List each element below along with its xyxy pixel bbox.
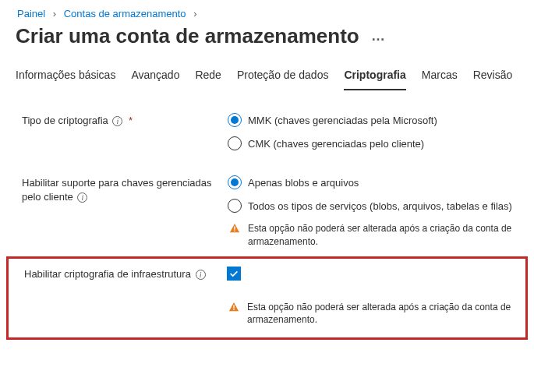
svg-rect-3 xyxy=(233,309,234,309)
label-infra-encryption: Habilitar criptografia de infraestrutura… xyxy=(24,267,227,281)
warning-cmk-support: Esta opção não poderá ser alterada após … xyxy=(228,222,518,249)
radio-mmk-row: MMK (chaves gerenciadas pela Microsoft) xyxy=(228,113,518,127)
tab-marcas[interactable]: Marcas xyxy=(422,64,458,90)
svg-rect-0 xyxy=(234,226,235,229)
chevron-right-icon: › xyxy=(193,8,196,19)
info-icon[interactable]: i xyxy=(196,270,206,280)
tab-protecao-dados[interactable]: Proteção de dados xyxy=(237,64,329,90)
warning-text: Esta opção não poderá ser alterada após … xyxy=(247,301,519,327)
control-infra-encryption: Esta opção não poderá ser alterada após … xyxy=(227,267,519,327)
radio-all-services-row: Todos os tipos de serviços (blobs, arqui… xyxy=(228,199,518,213)
tab-criptografia[interactable]: Criptografia xyxy=(344,64,405,90)
info-icon[interactable]: i xyxy=(112,116,122,126)
radio-mmk[interactable] xyxy=(228,113,242,127)
radio-blobs-files[interactable] xyxy=(228,175,242,189)
tabs: Informações básicas Avançado Rede Proteç… xyxy=(16,64,518,91)
tab-rede[interactable]: Rede xyxy=(195,64,221,90)
radio-cmk-label: CMK (chaves gerenciadas pelo cliente) xyxy=(248,138,424,150)
svg-rect-2 xyxy=(233,305,234,308)
warning-icon xyxy=(228,302,239,313)
label-cmk-support: Habilitar suporte para chaves gerenciada… xyxy=(22,175,228,204)
radio-all-services[interactable] xyxy=(228,199,242,213)
chevron-right-icon: › xyxy=(53,8,56,19)
label-text: Tipo de criptografia xyxy=(22,115,108,126)
svg-rect-1 xyxy=(234,231,235,231)
page-title-text: Criar uma conta de armazenamento xyxy=(16,24,359,48)
row-cmk-support: Habilitar suporte para chaves gerenciada… xyxy=(16,175,518,249)
radio-cmk-row: CMK (chaves gerenciadas pelo cliente) xyxy=(228,136,518,150)
breadcrumb: Painel › Contas de armazenamento › xyxy=(16,8,518,19)
label-text: Habilitar suporte para chaves gerenciada… xyxy=(22,177,212,203)
label-text: Habilitar criptografia de infraestrutura xyxy=(24,268,191,280)
control-cmk-support: Apenas blobs e arquivos Todos os tipos d… xyxy=(228,175,518,249)
page-title: Criar uma conta de armazenamento … xyxy=(16,24,518,48)
label-encryption-type: Tipo de criptografia i * xyxy=(22,113,228,128)
highlight-infra-encryption: Habilitar criptografia de infraestrutura… xyxy=(6,256,528,341)
breadcrumb-link-contas[interactable]: Contas de armazenamento xyxy=(64,8,186,19)
check-icon xyxy=(228,268,239,279)
warning-icon xyxy=(229,223,240,234)
row-infra-encryption: Habilitar criptografia de infraestrutura… xyxy=(15,267,519,327)
info-icon[interactable]: i xyxy=(77,192,87,203)
radio-all-services-label: Todos os tipos de serviços (blobs, arqui… xyxy=(248,200,512,212)
radio-blobs-files-row: Apenas blobs e arquivos xyxy=(228,175,518,189)
warning-text: Esta opção não poderá ser alterada após … xyxy=(248,222,518,249)
warning-infra-encryption: Esta opção não poderá ser alterada após … xyxy=(227,301,519,327)
control-encryption-type: MMK (chaves gerenciadas pela Microsoft) … xyxy=(228,113,518,150)
breadcrumb-link-painel[interactable]: Painel xyxy=(17,8,45,19)
tab-revisao[interactable]: Revisão xyxy=(473,64,513,90)
tab-avancado[interactable]: Avançado xyxy=(131,64,179,90)
radio-cmk[interactable] xyxy=(228,136,242,150)
checkbox-row xyxy=(227,267,519,281)
tab-informacoes-basicas[interactable]: Informações básicas xyxy=(16,64,115,90)
checkbox-infra-encryption[interactable] xyxy=(227,267,241,281)
row-encryption-type: Tipo de criptografia i * MMK (chaves ger… xyxy=(16,113,518,150)
radio-blobs-files-label: Apenas blobs e arquivos xyxy=(248,177,359,189)
required-indicator: * xyxy=(129,115,133,126)
radio-mmk-label: MMK (chaves gerenciadas pela Microsoft) xyxy=(248,115,437,126)
more-icon[interactable]: … xyxy=(371,28,387,44)
